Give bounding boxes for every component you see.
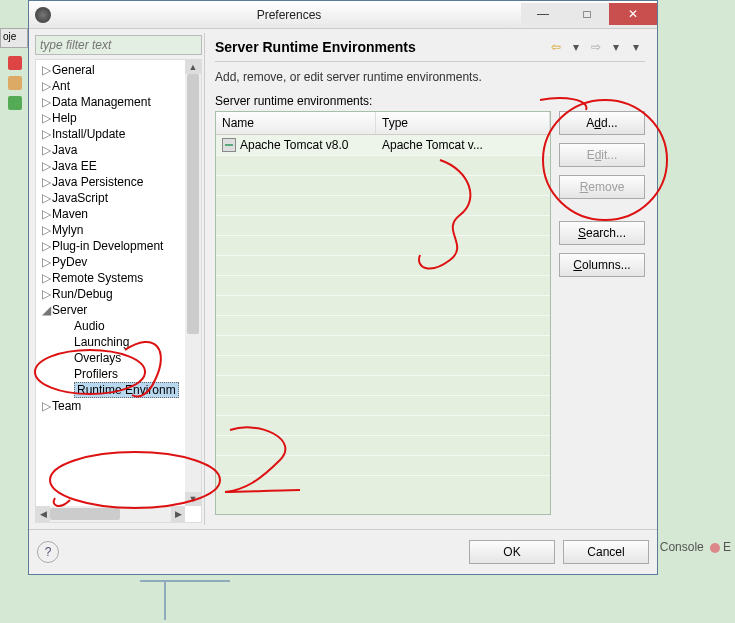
tree-item[interactable]: ▷JavaScript [36,190,201,206]
page-title: Server Runtime Environments [215,39,545,55]
twisty-icon[interactable]: ▷ [42,207,52,221]
twisty-icon[interactable]: ▷ [42,127,52,141]
twisty-icon[interactable]: ▷ [42,399,52,413]
preferences-window: Preferences — □ ✕ ▷General▷Ant▷Data Mana… [28,0,658,575]
search-button[interactable]: Search... [559,221,645,245]
twisty-icon[interactable]: ▷ [42,159,52,173]
twisty-icon[interactable]: ▷ [42,63,52,77]
dialog-body: ▷General▷Ant▷Data Management▷Help▷Instal… [29,29,657,529]
tree-item-label: Overlays [74,351,121,365]
tree-v-scrollbar[interactable]: ▲ ▼ [185,60,201,506]
twisty-icon[interactable]: ▷ [42,191,52,205]
table-row[interactable]: Apache Tomcat v8.0Apache Tomcat v... [216,135,550,155]
twisty-icon[interactable]: ▷ [42,239,52,253]
scroll-down-icon[interactable]: ▼ [185,492,201,506]
tree-item[interactable]: ▷General [36,62,201,78]
tree-item-label: Plug-in Development [52,239,163,253]
page-description: Add, remove, or edit server runtime envi… [215,70,645,84]
button-column: Add... Edit... Remove Search... Columns.… [559,111,645,515]
server-table[interactable]: Name Type Apache Tomcat v8.0Apache Tomca… [215,111,551,515]
row-name: Apache Tomcat v8.0 [240,138,349,152]
nav-forward-icon[interactable]: ⇨ [587,39,605,55]
filter-input[interactable] [35,35,202,55]
spacer [559,207,645,213]
tree-h-scrollbar[interactable]: ◀ ▶ [36,506,185,522]
tree-item[interactable]: ▷Java Persistence [36,174,201,190]
tree-item-label: Help [52,111,77,125]
tree-item-label: Launching [74,335,129,349]
tree-item[interactable]: ▷Install/Update [36,126,201,142]
nav-back-icon[interactable]: ⇦ [547,39,565,55]
tree-item[interactable]: ▷Help [36,110,201,126]
window-title: Preferences [57,8,521,22]
close-button[interactable]: ✕ [609,3,657,25]
tree-item[interactable]: ◢Server [36,302,201,318]
tree-item[interactable]: ▷Remote Systems [36,270,201,286]
cancel-button[interactable]: Cancel [563,540,649,564]
scroll-right-icon[interactable]: ▶ [171,506,185,522]
tree-item-label: Java [52,143,77,157]
tree-child-item[interactable]: Profilers [36,366,201,382]
col-type-header[interactable]: Type [376,112,550,134]
tree-item[interactable]: ▷Java EE [36,158,201,174]
preferences-tree[interactable]: ▷General▷Ant▷Data Management▷Help▷Instal… [36,60,201,416]
eclipse-icon [35,7,51,23]
twisty-icon[interactable]: ▷ [42,223,52,237]
tree-item-label: Server [52,303,87,317]
tree-child-item[interactable]: Launching [36,334,201,350]
tree-item[interactable]: ▷Java [36,142,201,158]
titlebar: Preferences — □ ✕ [29,1,657,29]
tree-item[interactable]: ▷Data Management [36,94,201,110]
scroll-h-thumb[interactable] [50,508,120,520]
nav-forward-menu-icon[interactable]: ▾ [607,39,625,55]
tree-item-label: Data Management [52,95,151,109]
scroll-up-icon[interactable]: ▲ [185,60,201,74]
scroll-v-thumb[interactable] [187,74,199,334]
twisty-icon[interactable]: ▷ [42,79,52,93]
spacer [215,515,645,525]
col-name-header[interactable]: Name [216,112,376,134]
twisty-icon[interactable]: ▷ [42,287,52,301]
bg-uml-line-h [140,580,230,582]
minimize-button[interactable]: — [521,3,565,25]
tree-item[interactable]: ▷Ant [36,78,201,94]
list-label: Server runtime environments: [215,94,645,108]
twisty-icon[interactable]: ▷ [42,271,52,285]
tree-child-item[interactable]: Audio [36,318,201,334]
twisty-icon[interactable]: ▷ [42,143,52,157]
tree-item[interactable]: ▷Mylyn [36,222,201,238]
nav-back-menu-icon[interactable]: ▾ [567,39,585,55]
tree-child-item[interactable]: Overlays [36,350,201,366]
table-header: Name Type [216,112,550,135]
bg-uml-line-v [164,580,166,620]
twisty-icon[interactable]: ◢ [42,303,52,317]
columns-button[interactable]: Columns... [559,253,645,277]
help-icon[interactable]: ? [37,541,59,563]
bg-tab-fragment: oje [0,28,28,48]
tree-item[interactable]: ▷Maven [36,206,201,222]
twisty-icon[interactable]: ▷ [42,111,52,125]
tree-item-label: PyDev [52,255,87,269]
tree-item-label: Profilers [74,367,118,381]
remove-button[interactable]: Remove [559,175,645,199]
tree-container: ▷General▷Ant▷Data Management▷Help▷Instal… [35,59,202,523]
twisty-icon[interactable]: ▷ [42,175,52,189]
add-button[interactable]: Add... [559,111,645,135]
maximize-button[interactable]: □ [565,3,609,25]
edit-button[interactable]: Edit... [559,143,645,167]
tree-child-item[interactable]: Runtime Environm [36,382,201,398]
scroll-left-icon[interactable]: ◀ [36,506,50,522]
tree-item-label: JavaScript [52,191,108,205]
nav-view-menu-icon[interactable]: ▾ [627,39,645,55]
row-type: Apache Tomcat v... [376,136,550,154]
twisty-icon[interactable]: ▷ [42,95,52,109]
twisty-icon[interactable]: ▷ [42,255,52,269]
tree-item-label: Java EE [52,159,97,173]
tree-item[interactable]: ▷Plug-in Development [36,238,201,254]
tree-item[interactable]: ▷Run/Debug [36,286,201,302]
main-row: Name Type Apache Tomcat v8.0Apache Tomca… [215,111,645,515]
tree-item-label: General [52,63,95,77]
ok-button[interactable]: OK [469,540,555,564]
tree-item[interactable]: ▷PyDev [36,254,201,270]
tree-item[interactable]: ▷Team [36,398,201,414]
